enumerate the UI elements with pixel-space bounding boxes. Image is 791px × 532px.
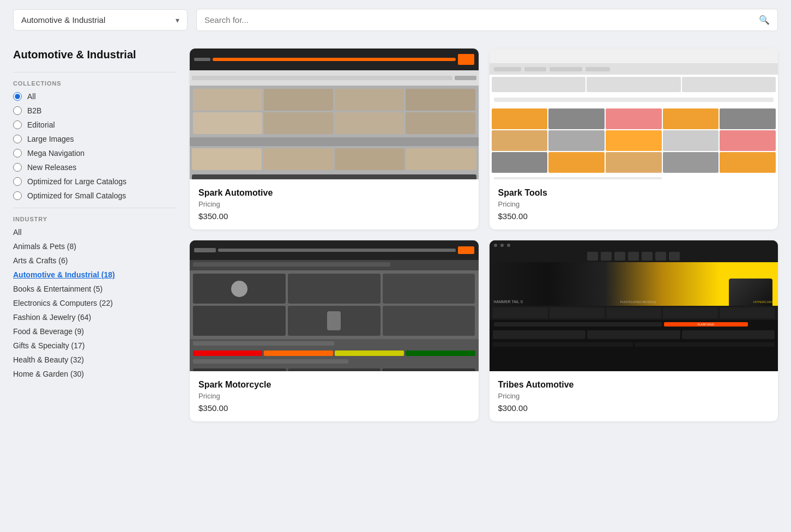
product-label-tribes-automotive: Pricing (498, 392, 770, 400)
collection-large-images[interactable]: Large Images (13, 135, 177, 143)
product-name-spark-motorcycle: Spark Motorcycle (198, 380, 470, 390)
product-name-spark-tools: Spark Tools (498, 188, 770, 198)
collection-b2b[interactable]: B2B (13, 106, 177, 115)
product-image-spark-motorcycle (190, 240, 479, 371)
sidebar: Automotive & Industrial COLLECTIONS All … (13, 49, 177, 378)
industry-animals-pets[interactable]: Animals & Pets (8) (13, 242, 177, 251)
collections-label: COLLECTIONS (13, 80, 177, 87)
sidebar-title: Automotive & Industrial (13, 49, 177, 61)
industry-arts-crafts[interactable]: Arts & Crafts (6) (13, 256, 177, 265)
search-icon: 🔍 (759, 15, 770, 25)
collection-optimized-small[interactable]: Optimized for Small Catalogs (13, 191, 177, 200)
industry-label: INDUSTRY (13, 216, 177, 222)
product-price-spark-motorcycle: $350.00 (198, 403, 470, 413)
product-image-tribes-automotive: HAMMER TAIL S PHISTICATED MUSCLE HYPERCA… (490, 240, 778, 371)
product-label-spark-tools: Pricing (498, 200, 770, 208)
collection-optimized-large[interactable]: Optimized for Large Catalogs (13, 177, 177, 186)
product-price-tribes-automotive: $300.00 (498, 403, 770, 413)
product-card-body-spark-automotive: Spark Automotive Pricing $350.00 (190, 179, 479, 229)
product-name-tribes-automotive: Tribes Automotive (498, 380, 770, 390)
product-image-spark-tools (490, 49, 778, 179)
product-card-spark-tools[interactable]: Spark Tools Pricing $350.00 (490, 49, 778, 229)
industry-electronics-computers[interactable]: Electronics & Computers (22) (13, 299, 177, 307)
sidebar-divider-1 (13, 72, 177, 72)
product-label-spark-automotive: Pricing (198, 200, 470, 208)
search-input[interactable] (204, 15, 754, 25)
collections-group: All B2B Editorial Large Images Mega Navi… (13, 92, 177, 200)
product-card-tribes-automotive[interactable]: HAMMER TAIL S PHISTICATED MUSCLE HYPERCA… (490, 240, 778, 421)
collection-all[interactable]: All (13, 92, 177, 101)
industry-food-beverage[interactable]: Food & Beverage (9) (13, 327, 177, 336)
industry-gifts-specialty[interactable]: Gifts & Specialty (17) (13, 341, 177, 350)
product-card-body-spark-motorcycle: Spark Motorcycle Pricing $350.00 (190, 371, 479, 421)
sidebar-divider-2 (13, 208, 177, 208)
industry-home-garden[interactable]: Home & Garden (30) (13, 370, 177, 378)
product-price-spark-automotive: $350.00 (198, 211, 470, 221)
product-label-spark-motorcycle: Pricing (198, 392, 470, 400)
collection-editorial[interactable]: Editorial (13, 120, 177, 129)
product-card-spark-motorcycle[interactable]: Spark Motorcycle Pricing $350.00 (190, 240, 479, 421)
product-image-spark-automotive (190, 49, 479, 179)
top-bar: Automotive & Industrial ▾ 🔍 (0, 0, 791, 40)
collection-mega-navigation[interactable]: Mega Navigation (13, 149, 177, 158)
industry-automotive-industrial[interactable]: Automotive & Industrial (18) (13, 270, 177, 279)
main-layout: Automotive & Industrial COLLECTIONS All … (0, 40, 791, 430)
collection-new-releases[interactable]: New Releases (13, 163, 177, 172)
product-card-body-spark-tools: Spark Tools Pricing $350.00 (490, 179, 778, 229)
category-label: Automotive & Industrial (21, 15, 105, 25)
category-dropdown[interactable]: Automotive & Industrial ▾ (13, 9, 188, 31)
search-bar: 🔍 (196, 9, 778, 31)
product-price-spark-tools: $350.00 (498, 211, 770, 221)
product-name-spark-automotive: Spark Automotive (198, 188, 470, 198)
product-card-body-tribes-automotive: Tribes Automotive Pricing $300.00 (490, 371, 778, 421)
industry-list: All Animals & Pets (8) Arts & Crafts (6)… (13, 228, 177, 378)
chevron-down-icon: ▾ (176, 16, 179, 25)
industry-all[interactable]: All (13, 228, 177, 237)
products-grid: Spark Automotive Pricing $350.00 (190, 49, 778, 421)
industry-health-beauty[interactable]: Health & Beauty (32) (13, 355, 177, 364)
industry-books-entertainment[interactable]: Books & Entertainment (5) (13, 285, 177, 293)
product-card-spark-automotive[interactable]: Spark Automotive Pricing $350.00 (190, 49, 479, 229)
industry-fashion-jewelry[interactable]: Fashion & Jewelry (64) (13, 313, 177, 322)
